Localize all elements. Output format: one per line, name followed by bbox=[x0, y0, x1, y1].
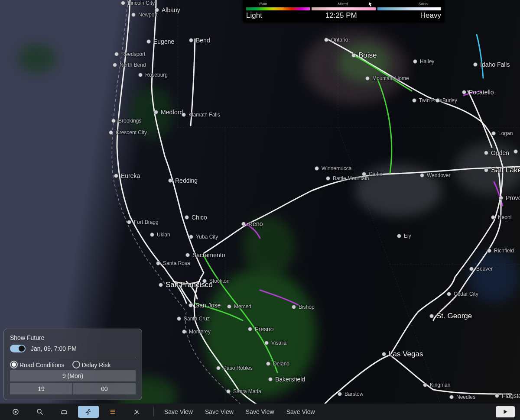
legend-light: Light bbox=[246, 11, 262, 20]
search-icon[interactable] bbox=[29, 406, 50, 418]
legend-cursor-icon bbox=[368, 2, 374, 7]
city-ogden: Ogden bbox=[484, 149, 509, 156]
city-cedar-city: Cedar City bbox=[447, 291, 478, 297]
city-brookings: Brookings bbox=[111, 118, 141, 124]
precipitation-legend: Rain Mixed Snow Light 12:25 PM Heavy bbox=[243, 0, 445, 23]
play-button[interactable] bbox=[496, 406, 515, 417]
date-picker-day[interactable]: 9 (Mon) bbox=[10, 370, 136, 381]
city-monterey: Monterey bbox=[182, 329, 211, 335]
radio-delay-risk[interactable]: Delay Risk bbox=[72, 361, 111, 368]
city-chico: Chico bbox=[185, 214, 207, 221]
city-hailey: Hailey bbox=[413, 58, 434, 65]
legend-rain: Rain bbox=[259, 2, 267, 6]
svg-point-5 bbox=[88, 409, 90, 410]
future-datetime: Jan, 09, 7:00 PM bbox=[31, 345, 77, 352]
city-klamath-falls: Klamath Falls bbox=[182, 112, 220, 118]
save-view-2[interactable]: Save View bbox=[201, 408, 238, 415]
city-bishop: Bishop bbox=[292, 304, 315, 310]
city-delano: Delano bbox=[266, 361, 289, 367]
car-icon[interactable] bbox=[54, 406, 75, 418]
city-fort-bragg: Fort Bragg bbox=[127, 219, 159, 225]
city-san-francisco: San Francisco bbox=[159, 281, 213, 289]
save-view-1[interactable]: Save View bbox=[160, 408, 197, 415]
city-provo: Provo bbox=[499, 194, 520, 201]
menu-icon[interactable] bbox=[102, 406, 123, 418]
city-reno: Reno bbox=[241, 220, 263, 227]
future-toggle[interactable] bbox=[10, 345, 26, 352]
city-santa-rosa: Santa Rosa bbox=[156, 260, 190, 266]
city-bend: Bend bbox=[189, 37, 210, 44]
show-future-panel: Show Future Jan, 09, 7:00 PM Road Condit… bbox=[3, 329, 142, 400]
city-st.-george: St. George bbox=[429, 312, 472, 320]
legend-heavy: Heavy bbox=[420, 11, 441, 20]
city-needles: Needles bbox=[449, 394, 475, 400]
city-barstow: Barstow bbox=[338, 391, 363, 397]
save-view-4[interactable]: Save View bbox=[282, 408, 319, 415]
legend-snow: Snow bbox=[418, 2, 428, 6]
svg-point-1 bbox=[15, 411, 17, 413]
city-las-vegas: Las Vegas bbox=[382, 350, 423, 359]
city-beaver: Beaver bbox=[469, 266, 493, 272]
panel-title: Show Future bbox=[10, 334, 136, 341]
city-burley: Burley bbox=[436, 97, 457, 103]
save-view-3[interactable]: Save View bbox=[241, 408, 279, 415]
city-paso-robles: Paso Robles bbox=[216, 365, 253, 371]
city-boise: Boise bbox=[351, 51, 377, 60]
city-salt-lake-city: Salt Lake City bbox=[484, 166, 520, 174]
city-pocatello: Pocatello bbox=[462, 89, 494, 96]
city-newport: Newport bbox=[131, 12, 158, 18]
bottom-toolbar: Save View Save View Save View Save View bbox=[0, 404, 520, 420]
city-eugene: Eugene bbox=[146, 38, 174, 45]
city-battle-mountain: Battle Mountain bbox=[326, 175, 369, 181]
legend-mixed: Mixed bbox=[338, 2, 348, 6]
satellite-icon[interactable] bbox=[127, 406, 147, 418]
city-eureka: Eureka bbox=[114, 172, 140, 179]
city-san-jose: San Jose bbox=[188, 302, 221, 309]
city-twin-falls: Twin Falls bbox=[412, 97, 442, 103]
legend-gradient-bars bbox=[246, 7, 441, 10]
target-icon[interactable] bbox=[5, 406, 26, 418]
city-ukiah: Ukiah bbox=[150, 232, 170, 238]
city-nephi: Nephi bbox=[491, 214, 511, 220]
radio-road-conditions[interactable]: Road Conditions bbox=[10, 361, 65, 368]
time-picker-hour[interactable]: 19 bbox=[10, 383, 72, 394]
city-bakersfield: Bakersfield bbox=[268, 376, 305, 383]
city-albany: Albany bbox=[155, 6, 180, 13]
city-wendover: Wendover bbox=[420, 172, 450, 178]
city-fresno: Fresno bbox=[248, 326, 274, 333]
city-winnemucca: Winnemucca bbox=[315, 165, 351, 171]
city-stockton: Stockton bbox=[202, 278, 230, 284]
city-idaho-falls: Idaho Falls bbox=[473, 61, 510, 68]
time-picker-minute[interactable]: 00 bbox=[73, 383, 136, 394]
city-mountain-home: Mountain Home bbox=[365, 75, 409, 81]
city-lincoln-city: Lincoln City bbox=[121, 0, 155, 6]
city-kingman: Kingman bbox=[423, 382, 450, 388]
city-sacramento: Sacramento bbox=[185, 252, 225, 258]
svg-point-4 bbox=[65, 413, 66, 414]
city-evan: Evan bbox=[514, 149, 520, 155]
city-ely: Ely bbox=[397, 233, 411, 239]
city-richfield: Richfield bbox=[487, 248, 514, 254]
city-reedsport: Reedsport bbox=[114, 51, 145, 57]
legend-time: 12:25 PM bbox=[325, 11, 357, 20]
city-yuba-city: Yuba City bbox=[189, 234, 218, 240]
city-roseburg: Roseburg bbox=[138, 72, 168, 78]
city-visalia: Visalia bbox=[264, 340, 286, 346]
city-logan: Logan bbox=[491, 130, 513, 136]
svg-point-3 bbox=[62, 413, 63, 414]
city-merced: Merced bbox=[227, 304, 251, 310]
city-santa-cruz: Santa Cruz bbox=[177, 316, 210, 322]
svg-point-2 bbox=[37, 409, 41, 413]
city-ontario: Ontario bbox=[324, 37, 348, 43]
city-north-bend: North Bend bbox=[113, 62, 146, 68]
city-redding: Redding bbox=[168, 177, 198, 184]
city-santa-maria: Santa Maria bbox=[226, 388, 261, 394]
city-medford: Medford bbox=[154, 109, 183, 116]
city-flagstaff: Flagstaff bbox=[495, 392, 520, 399]
running-icon[interactable] bbox=[78, 406, 99, 418]
city-carlin: Carlin bbox=[362, 171, 382, 177]
city-crescent-city: Crescent City bbox=[109, 129, 147, 136]
